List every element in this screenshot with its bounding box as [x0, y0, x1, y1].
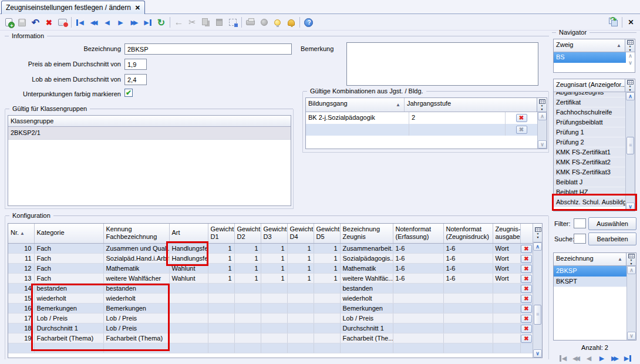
konfiguration-scrollbar[interactable]: ▼ ∧ ∨ [533, 224, 542, 358]
column-header[interactable]: Zeugnis- ausgabe [493, 224, 520, 243]
column-header[interactable]: Gewicht D3 [261, 224, 287, 243]
bemerkung-textarea[interactable] [346, 42, 538, 86]
column-chooser-button[interactable]: ▼ [625, 79, 635, 92]
suche-input[interactable] [574, 234, 586, 244]
zeugnisart-scrollbar[interactable]: ∧ ∨ [625, 92, 635, 211]
undo-icon[interactable] [29, 16, 42, 29]
fast-next-button[interactable] [609, 352, 621, 364]
bearbeiten-button[interactable]: Bearbeiten [588, 232, 636, 245]
column-header[interactable]: Notenformat (Zeugnisdruck) [443, 224, 493, 243]
bildungsgang-column-header[interactable]: Bildungsgang▲ [306, 98, 405, 112]
delete-row-button[interactable]: ✖ [521, 275, 532, 283]
zeugnisart-item[interactable]: Fachhochschulreife [554, 107, 625, 117]
scroll-up-icon[interactable]: ∧ [533, 242, 542, 251]
preis-input[interactable] [124, 59, 147, 70]
scroll-up-icon[interactable]: ∧ [626, 52, 635, 59]
zeugnisart-column-header[interactable]: Zeugnisart (Anzeigefor... [554, 79, 625, 92]
first-record-icon[interactable] [73, 16, 87, 29]
last-record-button[interactable] [622, 352, 634, 364]
column-header[interactable]: Gewicht D5 [314, 224, 340, 243]
bezeichnung-item-bkspt[interactable]: BKSPT [554, 277, 626, 287]
select-region-icon[interactable] [226, 16, 240, 29]
klassengruppe-column-header[interactable]: Klassengruppe [8, 116, 291, 126]
delete-row-button[interactable]: ✖ [516, 114, 527, 122]
jahrgangsstufe-column-header[interactable]: Jahrgangsstufe [405, 98, 537, 112]
zeugnisart-item[interactable]: KMK FS-Zertifikat3 [554, 167, 625, 177]
konfiguration-row[interactable]: 10FachZusammen und Quali...Handlungsfeld… [8, 243, 533, 253]
column-chooser-button[interactable]: ▼ [533, 224, 543, 242]
column-header[interactable]: Bezeichnung Zeugnis [340, 224, 393, 243]
konfiguration-row[interactable]: 19Facharbeit (Thema)Facharbeit (Thema)Fa… [8, 333, 533, 343]
tab-zeugniseinstellungen[interactable]: Zeugniseinstellungen festlegen / ändern … [1, 1, 145, 14]
zeugnisart-item[interactable]: Abgangszeugnis [554, 92, 625, 97]
refresh-icon[interactable] [154, 16, 168, 29]
konfiguration-row[interactable]: 14bestandenbestandenbestanden✖ [8, 283, 533, 293]
column-header[interactable]: Gewicht D1 [208, 224, 234, 243]
fast-previous-button[interactable] [570, 352, 582, 364]
delete-row-button[interactable]: ✖ [521, 315, 532, 323]
delete-row-button[interactable]: ✖ [521, 305, 532, 313]
hint-lightbulb-icon[interactable] [271, 16, 284, 29]
scroll-down-icon[interactable]: ∨ [626, 59, 635, 66]
column-header[interactable]: Gewicht D4 [287, 224, 314, 243]
konfiguration-row[interactable]: 16BemerkungenBemerkungenBemerkungen✖ [8, 303, 533, 313]
zeugnisart-item[interactable]: Prüfung 2 [554, 137, 625, 147]
zweig-item-bs[interactable]: BS [554, 52, 626, 63]
column-chooser-button[interactable]: ▼ [537, 98, 547, 112]
column-chooser-button[interactable]: ▼ [625, 39, 635, 52]
notification-bell-icon[interactable] [284, 16, 298, 29]
konfiguration-row[interactable]: 18Durchschnitt 1Lob / PreisDurchschnitt … [8, 323, 533, 333]
delete-row-button[interactable]: ✖ [521, 335, 532, 343]
delete-row-button[interactable]: ✖ [521, 265, 532, 273]
bezeichnung-scrollbar[interactable]: ∧ ∨ [626, 266, 636, 340]
delete-row-button[interactable]: ✖ [521, 285, 532, 293]
zeugnisart-item[interactable]: Beiblatt J [554, 177, 625, 187]
previous-record-button[interactable] [583, 352, 595, 364]
konfiguration-row[interactable]: 17Lob / PreisLob / PreisLob / Preis✖ [8, 313, 533, 323]
column-header[interactable]: Nr.▲ [8, 224, 34, 243]
delete-record-icon[interactable] [42, 16, 56, 29]
unterpunktungen-checkbox[interactable]: ✔ [124, 89, 133, 97]
fast-previous-icon[interactable] [87, 16, 100, 29]
kombinationen-scrollbar[interactable]: ∧ ∨ [537, 112, 547, 149]
scroll-down-icon[interactable]: ∨ [538, 140, 547, 149]
zeugnisart-item[interactable]: Prüfung 1 [554, 127, 625, 137]
klassengruppe-row[interactable]: 2BKSP2/1 [8, 127, 291, 140]
delete-row-button[interactable]: ✖ [521, 245, 532, 253]
fast-next-icon[interactable] [127, 16, 141, 29]
zeugnisart-item[interactable]: Prüfungsbeiblatt [554, 117, 625, 127]
column-header[interactable]: Notenformat (Erfassung) [393, 224, 443, 243]
scroll-down-icon[interactable]: ∨ [626, 203, 635, 211]
auswaehlen-button[interactable]: Auswählen [588, 217, 636, 230]
bezeichnung-item-2bksp[interactable]: 2BKSP [554, 266, 626, 277]
konfiguration-row[interactable]: 15wiederholtwiederholtwiederholt✖ [8, 293, 533, 303]
scrollbar-thumb[interactable] [534, 305, 541, 325]
delete-row-button[interactable]: ✖ [521, 325, 532, 333]
bezeichnung-column-header[interactable]: Bezeichnung▲ [554, 253, 626, 265]
scrollbar-thumb[interactable] [626, 137, 634, 154]
konfiguration-row[interactable]: 13Fachweitere WahlfächerWahlunt11111weit… [8, 273, 533, 283]
zeugnisart-item[interactable]: KMK FS-Zertifikat2 [554, 157, 625, 167]
form-settings-icon[interactable] [56, 16, 69, 29]
scroll-down-icon[interactable]: ∨ [533, 349, 542, 358]
previous-record-icon[interactable] [100, 16, 114, 29]
column-header[interactable]: Kennung Fachbezeichnung [103, 224, 169, 243]
column-header[interactable]: Gewicht D2 [234, 224, 261, 243]
first-record-button[interactable] [557, 352, 570, 364]
column-header[interactable]: Art [169, 224, 208, 243]
kombination-row[interactable]: BK 2-j.Sozialpädagogik2✖ [306, 112, 537, 124]
scroll-up-icon[interactable]: ∧ [538, 112, 547, 120]
new-record-icon[interactable] [2, 16, 15, 29]
close-window-icon[interactable] [624, 16, 638, 28]
next-record-button[interactable] [596, 352, 608, 364]
zeugnisart-item[interactable]: Beiblatt HZ [554, 187, 625, 197]
help-icon[interactable] [302, 16, 315, 29]
scroll-up-icon[interactable]: ∧ [626, 92, 635, 100]
column-header[interactable]: Kategorie [34, 224, 103, 243]
column-chooser-button[interactable]: ▼ [626, 253, 636, 265]
lob-input[interactable] [124, 74, 147, 85]
switch-window-icon[interactable] [607, 16, 620, 28]
last-record-icon[interactable] [141, 16, 154, 29]
zeugnisart-item[interactable]: Abschlz. Schul. Ausbildg. [554, 197, 625, 207]
zweig-column-header[interactable]: Zweig▲ [554, 39, 625, 52]
